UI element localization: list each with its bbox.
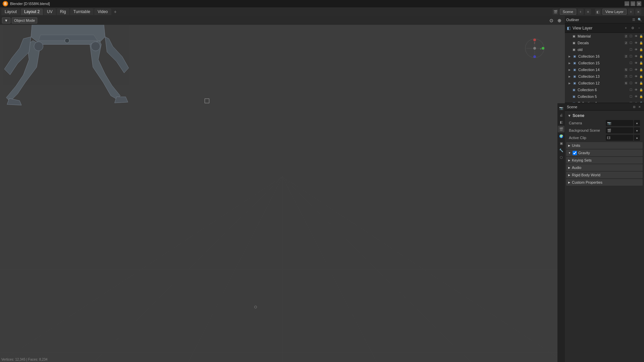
outliner-item-collection4[interactable]: ▣Collection 4 ☐ 👁 🔒 bbox=[565, 100, 644, 103]
visibility-btn[interactable]: ☐ bbox=[629, 87, 633, 92]
camera-value[interactable]: 📷 bbox=[606, 120, 633, 126]
select-btn[interactable]: 🔒 bbox=[639, 67, 643, 72]
viewport-menu-button[interactable]: ▼ bbox=[2, 17, 10, 23]
render-btn[interactable]: 👁 bbox=[634, 54, 638, 59]
expand-icon[interactable]: ▶ bbox=[568, 68, 572, 72]
select-btn[interactable]: 🔒 bbox=[639, 47, 643, 52]
visibility-btn[interactable]: ☐ bbox=[629, 54, 633, 59]
select-btn[interactable]: 🔒 bbox=[639, 41, 643, 45]
tab-layout[interactable]: Layout bbox=[1, 8, 20, 15]
properties-popout-btn[interactable]: ⊞ bbox=[632, 105, 637, 109]
maximize-button[interactable]: □ bbox=[631, 1, 635, 6]
outliner-filter-icon[interactable]: ☰ bbox=[631, 17, 637, 23]
select-btn[interactable]: 🔒 bbox=[639, 54, 643, 59]
bg-scene-picker-icon[interactable]: ● bbox=[634, 127, 640, 133]
visibility-btn[interactable]: ☐ bbox=[629, 34, 633, 39]
select-btn[interactable]: 🔒 bbox=[639, 101, 643, 103]
gravity-checkbox[interactable] bbox=[573, 151, 577, 155]
viewport-gizmo-icon[interactable]: ⊕ bbox=[556, 17, 563, 24]
object-mode-button[interactable]: Object Mode bbox=[12, 17, 37, 23]
active-clip-value[interactable]: 🎞 bbox=[606, 135, 633, 141]
select-btn[interactable]: 🔒 bbox=[639, 87, 643, 92]
visibility-btn[interactable]: ☐ bbox=[629, 67, 633, 72]
visibility-btn[interactable]: ☐ bbox=[629, 81, 633, 85]
render-btn[interactable]: 👁 bbox=[634, 47, 638, 52]
select-btn[interactable]: 🔒 bbox=[639, 94, 643, 99]
scene-remove-icon[interactable]: ✕ bbox=[585, 9, 591, 15]
outliner-item-old[interactable]: ▣old ☐ 👁 🔒 bbox=[565, 46, 644, 53]
expand-icon[interactable]: ▶ bbox=[568, 81, 572, 85]
outliner-item-collection6[interactable]: ▣Collection 6 ☐ 👁 🔒 bbox=[565, 86, 644, 93]
outliner-item-collection5[interactable]: ▣Collection 5 ☐ 👁 🔒 bbox=[565, 93, 644, 100]
viewlayer-add-icon[interactable]: + bbox=[628, 9, 634, 15]
render-btn[interactable]: 👁 bbox=[634, 41, 638, 45]
scene-add-icon[interactable]: + bbox=[578, 9, 584, 15]
visibility-btn[interactable]: ☐ bbox=[629, 47, 633, 52]
viewport-overlay-icon[interactable]: ⊙ bbox=[548, 17, 555, 24]
tab-turntable[interactable]: Turntable bbox=[70, 8, 94, 15]
properties-close-btn[interactable]: ✕ bbox=[637, 105, 642, 109]
outliner-item-collection12[interactable]: ▶▣Collection 126 ☐ 👁 🔒 bbox=[565, 80, 644, 86]
outliner-item-decals[interactable]: ▣Decals2 ☐ 👁 🔒 bbox=[565, 40, 644, 46]
tab-video[interactable]: Video bbox=[94, 8, 111, 15]
close-button[interactable]: ✕ bbox=[637, 1, 641, 6]
navigation-gizmo[interactable]: Z X bbox=[525, 38, 545, 58]
tab-add-button[interactable]: + bbox=[112, 8, 119, 15]
outliner-search-icon[interactable]: 🔍 bbox=[637, 17, 643, 23]
viewlayer-minus-btn[interactable]: − bbox=[637, 25, 642, 31]
viewlayer-remove-icon[interactable]: ✕ bbox=[635, 9, 641, 15]
outliner-item-collection14[interactable]: ▶▣Collection 145 ☐ 👁 🔒 bbox=[565, 66, 644, 73]
prop-tab-modifier[interactable]: 🔧 bbox=[558, 147, 565, 154]
section-header-keying_sets[interactable]: ▶Keying Sets bbox=[566, 157, 643, 164]
background-scene-value[interactable]: 🎬 bbox=[606, 127, 633, 133]
outliner-item-collection13[interactable]: ▶▣Collection 137 ☐ 👁 🔒 bbox=[565, 73, 644, 80]
render-btn[interactable]: 👁 bbox=[634, 87, 638, 92]
prop-tab-scene[interactable]: 🎬 bbox=[558, 126, 565, 132]
visibility-btn[interactable]: ☐ bbox=[629, 74, 633, 79]
expand-icon[interactable]: ▶ bbox=[568, 54, 572, 58]
select-btn[interactable]: 🔒 bbox=[639, 74, 643, 79]
outliner-item-collection15[interactable]: ▶▣Collection 15 ☐ 👁 🔒 bbox=[565, 60, 644, 66]
minimize-button[interactable]: — bbox=[625, 1, 629, 6]
prop-tab-object[interactable]: ▣ bbox=[558, 140, 565, 146]
render-btn[interactable]: 👁 bbox=[634, 74, 638, 79]
visibility-btn[interactable]: ☐ bbox=[629, 61, 633, 65]
select-btn[interactable]: 🔒 bbox=[639, 61, 643, 65]
prop-tab-physics[interactable]: ⬡ bbox=[558, 154, 565, 161]
expand-icon[interactable]: ▶ bbox=[568, 74, 572, 78]
render-btn[interactable]: 👁 bbox=[634, 67, 638, 72]
prop-tab-render[interactable]: 📷 bbox=[558, 105, 565, 111]
prop-tab-output[interactable]: 🖨 bbox=[558, 112, 565, 118]
render-btn[interactable]: 👁 bbox=[634, 34, 638, 39]
section-header-units[interactable]: ▶Units bbox=[566, 142, 643, 149]
outliner-item-material[interactable]: ▣Material2 ☐ 👁 🔒 bbox=[565, 33, 644, 40]
prop-tab-world[interactable]: 🌍 bbox=[558, 133, 565, 139]
select-btn[interactable]: 🔒 bbox=[639, 81, 643, 85]
render-btn[interactable]: 👁 bbox=[634, 61, 638, 65]
prop-tab-view-layer[interactable]: ◧ bbox=[558, 119, 565, 125]
clip-picker-icon[interactable]: ● bbox=[634, 135, 640, 141]
outliner-item-collection16[interactable]: ▶▣Collection 162 ☐ 👁 🔒 bbox=[565, 53, 644, 60]
expand-icon[interactable]: ▶ bbox=[568, 61, 572, 65]
section-header-rigid_body_world[interactable]: ▶Rigid Body World bbox=[566, 172, 643, 178]
viewlayer-add-btn[interactable]: + bbox=[623, 25, 629, 31]
section-header-gravity[interactable]: ▼Gravity bbox=[566, 149, 643, 156]
visibility-btn[interactable]: ☐ bbox=[629, 94, 633, 99]
select-btn[interactable]: 🔒 bbox=[639, 34, 643, 39]
tab-rig[interactable]: Rig bbox=[57, 8, 69, 15]
viewport-canvas[interactable]: Z X Vertices: 12,345 | Faces: 8,234 bbox=[0, 25, 565, 362]
visibility-btn[interactable]: ☐ bbox=[629, 101, 633, 103]
render-btn[interactable]: 👁 bbox=[634, 81, 638, 85]
visibility-btn[interactable]: ☐ bbox=[629, 41, 633, 45]
viewlayer-selector[interactable]: View Layer bbox=[602, 9, 627, 15]
viewport-3d[interactable]: ▼ Object Mode ⊙ ⊕ bbox=[0, 16, 565, 362]
render-btn[interactable]: 👁 bbox=[634, 94, 638, 99]
tab-layout2[interactable]: Layout 2 bbox=[21, 8, 43, 15]
tab-uv[interactable]: UV bbox=[44, 8, 56, 15]
scene-selector[interactable]: Scene bbox=[560, 9, 576, 15]
section-header-custom_properties[interactable]: ▶Custom Properties bbox=[566, 179, 643, 186]
section-header-audio[interactable]: ▶Audio bbox=[566, 164, 643, 171]
viewlayer-settings-btn[interactable]: ⚙ bbox=[630, 25, 635, 31]
render-btn[interactable]: 👁 bbox=[634, 101, 638, 103]
camera-picker-icon[interactable]: ● bbox=[634, 120, 640, 126]
